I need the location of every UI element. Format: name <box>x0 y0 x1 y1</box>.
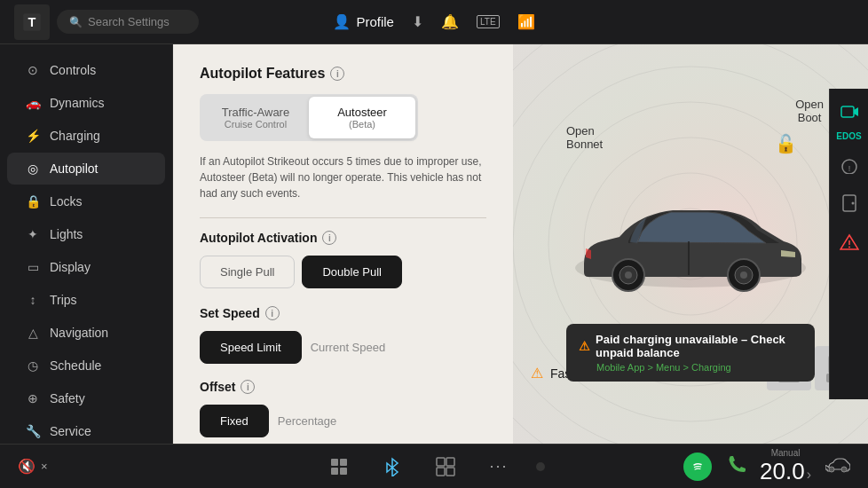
offset-title-row: Offset i <box>200 380 486 394</box>
lte-badge: LTE <box>477 15 500 28</box>
offset-fixed-label: Fixed <box>220 414 249 428</box>
vehicle-area: OpenBonnet OpenBoot 🔓 ⚡ <box>513 44 868 444</box>
sidebar-item-safety[interactable]: ⊕ Safety <box>7 382 165 414</box>
main-screen: T 🔍 Search Settings 👤 Profile ⬇ 🔔 LTE 📶 <box>0 0 868 488</box>
car-status-icon[interactable] <box>825 455 850 478</box>
bottom-bar: 🔇 × <box>0 444 868 488</box>
sidebar-item-autopilot[interactable]: ◎ Autopilot <box>7 153 165 185</box>
speed-limit-label: Speed Limit <box>220 341 281 354</box>
car-visual <box>566 188 815 312</box>
svg-rect-33 <box>340 459 347 466</box>
search-icon: 🔍 <box>69 16 83 28</box>
autopilot-features-section: Autopilot Features i <box>200 66 486 82</box>
apps-grid-icon[interactable] <box>323 451 355 483</box>
autopilot-info-text: If an Autopilot Strikeout occurs 5 times… <box>200 153 486 201</box>
notification-title-text: Paid charging unavailable – Check unpaid… <box>596 333 802 359</box>
autosteer-btn-line1: Autosteer <box>327 106 398 119</box>
feature-button-group: Traffic-Aware Cruise Control Autosteer (… <box>200 94 418 141</box>
media-icon[interactable] <box>430 451 462 483</box>
sidebar-item-dynamics[interactable]: 🚗 Dynamics <box>7 87 165 119</box>
speed-toggle-group: Speed Limit Current Speed <box>200 331 486 364</box>
bottom-bar-left: 🔇 × <box>18 458 48 475</box>
profile-button[interactable]: 👤 Profile <box>333 13 394 30</box>
top-bar-center: 👤 Profile ⬇ 🔔 LTE 📶 <box>294 13 573 30</box>
svg-rect-39 <box>446 468 454 476</box>
volume-icon[interactable]: 🔇 <box>18 458 36 475</box>
notification-subtitle: Mobile App > Menu > Charging <box>596 362 802 373</box>
autopilot-features-title: Autopilot Features <box>200 66 325 82</box>
speed-mode-label: Manual <box>771 448 801 458</box>
sidebar-item-autopilot-label: Autopilot <box>50 161 98 176</box>
activation-single-pull-btn[interactable]: Single Pull <box>200 256 295 288</box>
tpms-icon[interactable]: ! <box>833 148 865 180</box>
svg-rect-35 <box>340 468 347 475</box>
set-speed-title: Set Speed <box>200 306 260 320</box>
search-box[interactable]: 🔍 Search Settings <box>57 10 199 34</box>
door-status-icon[interactable] <box>833 187 865 219</box>
sidebar-item-navigation[interactable]: △ Navigation <box>7 317 165 349</box>
sidebar-item-schedule[interactable]: ◷ Schedule <box>7 350 165 382</box>
activation-section: Autopilot Activation i <box>200 231 486 245</box>
profile-label: Profile <box>356 14 394 29</box>
sidebar-item-safety-label: Safety <box>50 391 85 405</box>
svg-point-13 <box>625 272 632 279</box>
sidebar-item-schedule-label: Schedule <box>50 358 101 373</box>
seatbelt-warning-icon: ⚠ <box>531 365 543 382</box>
notification-warning-icon: ⚠ <box>579 339 590 353</box>
set-speed-info-icon[interactable]: i <box>265 306 280 320</box>
activation-info-icon[interactable]: i <box>322 231 336 245</box>
speed-display: Manual 20.0 › <box>760 448 811 485</box>
sidebar-item-service[interactable]: 🔧 Service <box>7 415 165 444</box>
sidebar-item-display[interactable]: ▭ Display <box>7 251 165 283</box>
sidebar-item-locks-label: Locks <box>50 194 83 209</box>
trips-icon: ↕ <box>25 293 41 307</box>
settings-content: Autopilot Features i Traffic-Aware Cruis… <box>173 44 513 444</box>
sidebar-item-service-label: Service <box>50 424 91 438</box>
activation-toggle-group: Single Pull Double Pull <box>200 256 486 288</box>
sidebar-item-lights[interactable]: ✦ Lights <box>7 218 165 250</box>
display-icon: ▭ <box>25 260 41 274</box>
phone-icon[interactable] <box>726 454 746 478</box>
spotify-icon[interactable] <box>683 453 712 481</box>
lock-icon: 🔓 <box>775 133 797 154</box>
camera-status-icon[interactable] <box>833 96 865 128</box>
charging-notification-popup: ⚠ Paid charging unavailable – Check unpa… <box>566 324 815 382</box>
profile-icon: 👤 <box>333 13 351 30</box>
autopilot-features-info-icon[interactable]: i <box>330 67 344 81</box>
service-icon: 🔧 <box>25 424 41 438</box>
sidebar-item-charging[interactable]: ⚡ Charging <box>7 120 165 152</box>
top-bar: T 🔍 Search Settings 👤 Profile ⬇ 🔔 LTE 📶 <box>0 0 868 44</box>
svg-point-16 <box>740 272 747 279</box>
activation-double-pull-btn[interactable]: Double Pull <box>302 256 402 288</box>
open-boot-button[interactable]: OpenBoot <box>795 98 824 124</box>
speed-arrow: › <box>807 467 811 483</box>
speed-value: 20.0 <box>760 458 805 485</box>
single-pull-label: Single Pull <box>220 265 274 279</box>
offset-info-icon[interactable]: i <box>241 380 255 394</box>
svg-rect-38 <box>437 468 445 476</box>
bottom-bar-right: Manual 20.0 › <box>683 448 850 485</box>
download-icon: ⬇ <box>412 13 423 30</box>
navigation-icon: △ <box>25 326 41 340</box>
lights-icon: ✦ <box>25 227 41 241</box>
autopilot-icon: ◎ <box>25 161 41 176</box>
more-icon[interactable]: ··· <box>483 451 515 483</box>
warning-status-icon[interactable] <box>833 226 865 258</box>
sidebar-item-trips[interactable]: ↕ Trips <box>7 284 165 316</box>
sidebar-item-dynamics-label: Dynamics <box>50 96 104 110</box>
speed-limit-btn[interactable]: Speed Limit <box>200 331 302 364</box>
feature-btn-traffic[interactable]: Traffic-Aware Cruise Control <box>202 97 309 138</box>
search-input: Search Settings <box>88 15 170 28</box>
sidebar-item-controls[interactable]: ⊙ Controls <box>7 54 165 86</box>
sidebar-item-display-label: Display <box>50 260 91 274</box>
schedule-icon: ◷ <box>25 358 41 373</box>
main-area: ⊙ Controls 🚗 Dynamics ⚡ Charging ◎ Autop… <box>0 44 868 444</box>
notification-title: ⚠ Paid charging unavailable – Check unpa… <box>579 333 802 359</box>
offset-fixed-btn[interactable]: Fixed <box>200 405 269 437</box>
bluetooth-icon[interactable] <box>376 451 408 483</box>
feature-btn-autosteer[interactable]: Autosteer (Beta) <box>309 97 415 138</box>
sidebar-item-locks[interactable]: 🔒 Locks <box>7 185 165 217</box>
open-bonnet-button[interactable]: OpenBonnet <box>566 124 603 151</box>
double-pull-label: Double Pull <box>322 265 382 279</box>
svg-point-42 <box>841 467 847 472</box>
